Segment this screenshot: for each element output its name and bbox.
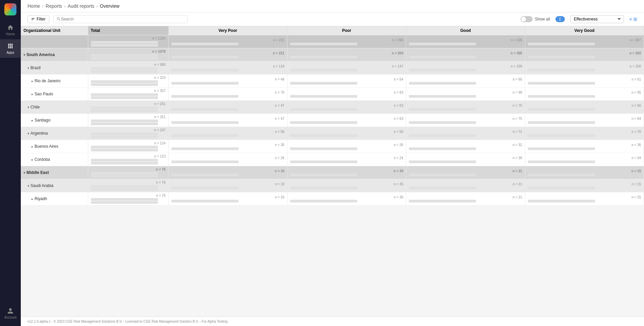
table-row: ▾Chilen = 251n = 47n = 63n = 75n = 66 xyxy=(21,101,644,114)
cell-total-sao-paulo: n = 357 xyxy=(88,88,168,101)
table-row: ▸Buenos Airesn = 124n = 30n = 26n = 32n … xyxy=(21,140,644,153)
filter-icon xyxy=(31,17,35,21)
toggle-thumb xyxy=(521,17,526,21)
sidebar-item-label: Apps xyxy=(7,51,14,54)
show-all-wrap: Show all xyxy=(521,16,550,22)
sidebar-item-home[interactable]: Home xyxy=(0,21,21,39)
cell-very_poor-buenos-aires: n = 30 xyxy=(168,140,287,153)
cell-very_poor-middle-east: n = 10 xyxy=(168,166,287,179)
org-name-middle-east[interactable]: ▾Middle East xyxy=(23,169,85,176)
cell-very_poor-saudi-arabia: n = 10 xyxy=(168,179,287,192)
col-org-unit: Organizational Unit xyxy=(21,26,88,35)
account-icon xyxy=(7,308,14,314)
col-good: Good xyxy=(406,26,525,35)
cell-very_poor-santiago: n = 47 xyxy=(168,114,287,127)
sidebar: Home Apps Account xyxy=(0,0,21,326)
cell-poor-middle-east: n = 30 xyxy=(287,166,406,179)
search-icon xyxy=(56,17,61,21)
cell-poor-cordoba: n = 24 xyxy=(287,153,406,166)
sidebar-item-account[interactable]: Account xyxy=(4,304,16,323)
cell-very_poor-riyadh: n = 10 xyxy=(168,192,287,205)
cell-very_poor-argentina: n = 56 xyxy=(168,127,287,140)
view-icon-list[interactable]: ≡ xyxy=(629,16,632,22)
breadcrumb-reports[interactable]: Reports xyxy=(46,3,62,9)
cell-total-saudi-arabia: n = 76 xyxy=(88,179,168,192)
table-row: ▸Sao Paulon = 357n = 70n = 93n = 99n = 9… xyxy=(21,88,644,101)
show-all-toggle[interactable] xyxy=(521,16,533,22)
cell-poor-rio: n = 54 xyxy=(287,75,406,88)
org-name-cordoba[interactable]: ▸Cordoba xyxy=(23,156,85,163)
chevron-icon: ▾ xyxy=(23,171,25,175)
org-name-rio[interactable]: ▸Rio de Janeiro xyxy=(23,77,85,85)
sidebar-item-label: Account xyxy=(4,316,16,319)
cell-very_poor-rio: n = 48 xyxy=(168,75,287,88)
table-header-row: Organizational Unit Total Very Poor Poor… xyxy=(21,26,644,35)
breadcrumb-home[interactable]: Home xyxy=(28,3,40,9)
filter-button[interactable]: Filter xyxy=(28,15,49,23)
show-all-label: Show all xyxy=(535,17,550,21)
cell-good-argentina: n = 71 xyxy=(406,127,525,140)
cell-good-brazil: n = 159 xyxy=(406,61,525,75)
breadcrumb-audit[interactable]: Audit reports xyxy=(68,3,94,9)
cell-good-cordoba: n = 39 xyxy=(406,153,525,166)
org-name-santiago[interactable]: ▸Santiago xyxy=(23,117,85,124)
cell-good-middle-east: n = 21 xyxy=(406,166,525,179)
view-icon-grid[interactable]: ⊞ xyxy=(633,16,637,22)
cell-good-santiago: n = 75 xyxy=(406,114,525,127)
cell-very_good-rio: n = 61 xyxy=(525,75,644,88)
report-table: Organizational Unit Total Very Poor Poor… xyxy=(21,26,644,205)
org-name-riyadh[interactable]: ▸Riyadh xyxy=(23,195,85,202)
org-name-saudi-arabia[interactable]: ▾Saudi Arabia xyxy=(23,182,85,189)
breadcrumb-sep-2: › xyxy=(64,3,66,9)
cell-very_good-chile: n = 66 xyxy=(525,101,644,114)
main-content: Home › Reports › Audit reports › Overvie… xyxy=(21,0,644,326)
sidebar-item-label: Home xyxy=(6,32,15,36)
cell-very_poor-sao-paulo: n = 70 xyxy=(168,88,287,101)
org-name-argentina[interactable]: ▾Argentina xyxy=(23,130,85,137)
apps-icon xyxy=(7,43,14,49)
table-area: Organizational Unit Total Very Poor Poor… xyxy=(21,26,644,317)
cell-poor-saudi-arabia: n = 30 xyxy=(287,179,406,192)
cell-very_poor-chile: n = 47 xyxy=(168,101,287,114)
cell-poor-south-america: n = 260 xyxy=(287,48,406,61)
cell-very_good-all: n = 307 xyxy=(525,35,644,48)
org-name-south-america[interactable]: ▾South America xyxy=(23,51,85,58)
cell-very_poor-brazil: n = 118 xyxy=(168,61,287,75)
table-row: ▸Rio de Janeiron = 223n = 48n = 54n = 60… xyxy=(21,75,644,88)
cell-total-santiago: n = 251 xyxy=(88,114,168,127)
view-icons: ≡ ⊞ xyxy=(629,16,637,22)
home-icon xyxy=(7,24,14,31)
search-input[interactable] xyxy=(61,17,184,21)
org-name-chile[interactable]: ▾Chile xyxy=(23,103,85,111)
chevron-icon: ▾ xyxy=(23,53,25,57)
cell-poor-chile: n = 63 xyxy=(287,101,406,114)
sidebar-item-apps[interactable]: Apps xyxy=(0,39,21,58)
cell-very_poor-south-america: n = 221 xyxy=(168,48,287,61)
cell-poor-riyadh: n = 30 xyxy=(287,192,406,205)
cell-good-rio: n = 60 xyxy=(406,75,525,88)
cell-total-all: n = 1154 xyxy=(88,35,168,48)
cell-good-chile: n = 75 xyxy=(406,101,525,114)
org-name-brazil[interactable]: ▾Brazil xyxy=(23,64,85,72)
chevron-icon: ▸ xyxy=(32,145,33,148)
cell-very_good-argentina: n = 70 xyxy=(525,127,644,140)
table-row: ▸Cordoban = 123n = 26n = 24n = 39n = 34 xyxy=(21,153,644,166)
chevron-icon: ▾ xyxy=(28,66,29,70)
org-name-sao-paulo[interactable]: ▸Sao Paulo xyxy=(23,90,85,98)
col-very-good: Very Good xyxy=(525,26,644,35)
metric-dropdown[interactable]: Effectiveness Compliance Risk xyxy=(570,15,624,23)
org-name-buenos-aires[interactable]: ▸Buenos Aires xyxy=(23,143,85,150)
cell-very_poor-all: n = 221 xyxy=(168,35,287,48)
table-row: ▸Santiagon = 251n = 47n = 63n = 75n = 84 xyxy=(21,114,644,127)
cell-good-saudi-arabia: n = 21 xyxy=(406,179,525,192)
chevron-icon: ▾ xyxy=(28,132,29,135)
chevron-icon: ▸ xyxy=(32,92,33,96)
cell-very_good-cordoba: n = 34 xyxy=(525,153,644,166)
toolbar-right: Show all Σ Effectiveness Compliance Risk… xyxy=(521,15,637,23)
cell-poor-sao-paulo: n = 93 xyxy=(287,88,406,101)
sigma-button[interactable]: Σ xyxy=(555,16,565,22)
footer-text: v12.1.0-alpha.1 - © 2023 CGE Risk Manage… xyxy=(28,320,227,323)
table-row: ▾Braziln = 580n = 118n = 147n = 159n = 1… xyxy=(21,61,644,75)
app-logo xyxy=(4,3,16,15)
cell-total-argentina: n = 247 xyxy=(88,127,168,140)
